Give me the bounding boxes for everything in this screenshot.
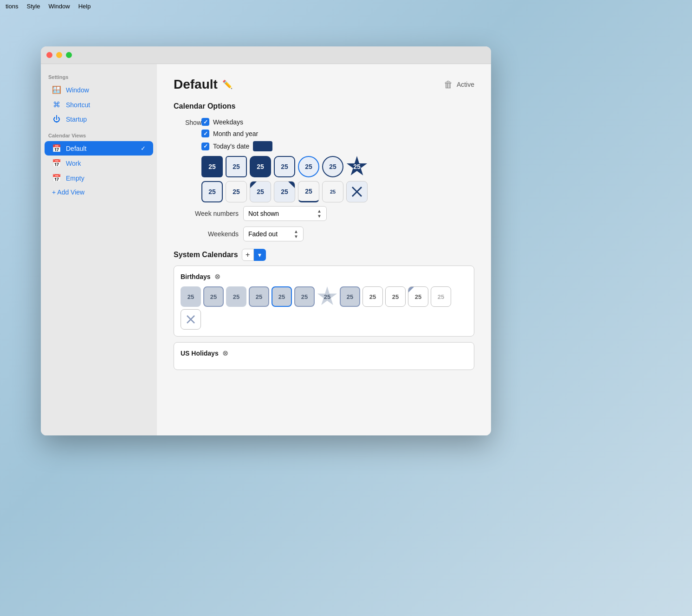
icon-style-x-cross[interactable] [346, 181, 368, 202]
sidebar-item-startup[interactable]: ⏻ Startup [45, 112, 153, 126]
menu-help[interactable]: Help [78, 3, 91, 10]
menu-window[interactable]: Window [48, 3, 70, 10]
b-icon-sq-border[interactable]: 25 [203, 286, 224, 307]
menu-actions[interactable]: tions [6, 3, 18, 10]
week-numbers-select[interactable]: Not shown ▲ ▼ [243, 206, 327, 221]
weekends-row: Weekends Faded out ▲ ▼ [174, 227, 474, 241]
main-content: Default ✏️ 🗑 Active Calendar Options Sho… [157, 64, 491, 435]
icon-style-sun[interactable]: 25 [201, 181, 223, 202]
settings-section-label: Settings [41, 74, 157, 80]
shortcut-icon: ⌘ [52, 100, 61, 109]
sidebar-item-work[interactable]: 📅 Work [45, 156, 153, 170]
page-title-row: Default ✏️ [174, 77, 233, 92]
week-numbers-label: Week numbers [174, 210, 239, 217]
sidebar-item-default[interactable]: 📅 Default ✓ [45, 141, 153, 156]
work-calendar-icon: 📅 [52, 159, 61, 168]
month-year-label: Month and year [213, 130, 258, 137]
icon-style-bordered-square[interactable]: 25 [226, 156, 247, 177]
icon-style-filled-squircle[interactable]: 25 [250, 156, 271, 177]
edit-icon[interactable]: ✏️ [222, 79, 233, 90]
empty-calendar-icon: 📅 [52, 174, 61, 182]
todays-date-checkbox[interactable] [201, 143, 209, 150]
date-color-swatch[interactable] [253, 141, 272, 151]
birthdays-name-row: Birthdays ⊗ [181, 272, 467, 281]
month-year-checkbox[interactable] [201, 130, 209, 137]
icon-grid-row1: 25 25 25 25 25 25 25 [174, 156, 474, 177]
sidebar-item-window[interactable]: 🪟 Window [45, 83, 153, 97]
page-title: Default [174, 77, 218, 92]
us-holidays-remove-icon[interactable]: ⊗ [222, 349, 228, 357]
main-window: Settings 🪟 Window ⌘ Shortcut ⏻ Startup C… [41, 46, 491, 435]
icon-style-bordered-squircle[interactable]: 25 [274, 156, 295, 177]
us-holidays-name: US Holidays [181, 350, 219, 357]
icon-style-circle-outline[interactable]: 25 [322, 156, 343, 177]
sidebar-item-empty[interactable]: 📅 Empty [45, 171, 153, 185]
sidebar-shortcut-label: Shortcut [66, 101, 90, 109]
menu-style[interactable]: Style [26, 3, 40, 10]
titlebar [41, 46, 491, 64]
weekdays-checkbox[interactable] [201, 118, 209, 126]
show-options-row: Show Weekdays Month and year Today's [174, 118, 474, 151]
calendar-dropdown-button[interactable]: ▾ [254, 249, 266, 261]
system-cal-header: System Calendars + ▾ [174, 249, 474, 261]
todays-date-label: Today's date [213, 143, 249, 150]
b-icon-fade[interactable]: 25 [431, 286, 451, 307]
b-icon-circle-selected[interactable]: 25 [272, 286, 292, 307]
b-icon-plain2[interactable]: 25 [385, 286, 406, 307]
weekends-stepper[interactable]: ▲ ▼ [294, 229, 298, 239]
minimize-button[interactable] [56, 52, 62, 58]
add-view-button[interactable]: + Add View [45, 186, 153, 199]
system-cal-title: System Calendars [174, 251, 238, 259]
checkboxes-column: Weekdays Month and year Today's date [201, 118, 272, 151]
close-button[interactable] [46, 52, 52, 58]
todays-date-row: Today's date [201, 141, 272, 151]
icon-style-star-filled[interactable]: 25 [346, 156, 368, 177]
page-status: 🗑 Active [444, 79, 474, 90]
icon-style-corner-fold-tl[interactable]: 25 [250, 181, 271, 202]
icon-grid-row2: 25 25 25 25 25 25 [174, 181, 474, 202]
add-calendar-button[interactable]: + [242, 249, 254, 261]
add-view-label: + Add View [52, 188, 84, 196]
icon-style-circle-selected[interactable]: 25 [298, 156, 319, 177]
b-icon-square[interactable]: 25 [181, 286, 201, 307]
b-icon-squircle-border[interactable]: 25 [249, 286, 269, 307]
add-dropdown-group: + ▾ [242, 249, 266, 261]
icon-style-underline[interactable]: 25 [298, 181, 319, 202]
sidebar-work-label: Work [66, 160, 81, 167]
menubar: tions Style Window Help [0, 0, 692, 13]
icon-style-corner-fold-tr[interactable]: 25 [274, 181, 295, 202]
birthdays-remove-icon[interactable]: ⊗ [214, 272, 220, 281]
b-icon-fold-tl[interactable]: 25 [408, 286, 428, 307]
us-holidays-name-row: US Holidays ⊗ [181, 349, 467, 357]
show-label: Show [174, 118, 201, 126]
weekends-label: Weekends [174, 230, 239, 238]
weekends-select[interactable]: Faded out ▲ ▼ [243, 227, 304, 241]
sidebar-startup-label: Startup [66, 116, 87, 123]
week-numbers-row: Week numbers Not shown ▲ ▼ [174, 206, 474, 221]
b-icon-circle-border[interactable]: 25 [294, 286, 315, 307]
b-icon-plain[interactable]: 25 [362, 286, 383, 307]
fullscreen-button[interactable] [66, 52, 72, 58]
sidebar-default-label: Default [66, 145, 86, 152]
startup-icon: ⏻ [52, 115, 61, 123]
stepper-arrows[interactable]: ▲ ▼ [317, 208, 322, 219]
b-icon-squircle[interactable]: 25 [226, 286, 246, 307]
birthdays-name: Birthdays [181, 273, 211, 280]
birthdays-icon-grid: 25 25 25 25 25 25 25 25 25 25 [181, 286, 467, 330]
icon-style-filled-square[interactable]: 25 [201, 156, 223, 177]
calendar-options-section: Calendar Options Show Weekdays Month and… [174, 102, 474, 241]
b-icon-x[interactable] [181, 309, 201, 330]
sidebar-item-shortcut[interactable]: ⌘ Shortcut [45, 97, 153, 112]
trash-icon[interactable]: 🗑 [444, 79, 453, 90]
status-label: Active [457, 81, 474, 88]
sidebar-window-label: Window [66, 86, 89, 94]
sidebar-empty-label: Empty [66, 175, 84, 182]
b-icon-star[interactable]: 25 [317, 286, 337, 307]
system-calendars-section: System Calendars + ▾ Birthdays ⊗ 25 [174, 249, 474, 370]
icon-style-plain[interactable]: 25 [226, 181, 247, 202]
default-calendar-icon: 📅 [52, 144, 61, 153]
us-holidays-calendar-box: US Holidays ⊗ [174, 342, 474, 370]
icon-style-small[interactable]: 25 [322, 181, 343, 202]
window-icon: 🪟 [52, 85, 61, 94]
b-icon-sun[interactable]: 25 [340, 286, 360, 307]
